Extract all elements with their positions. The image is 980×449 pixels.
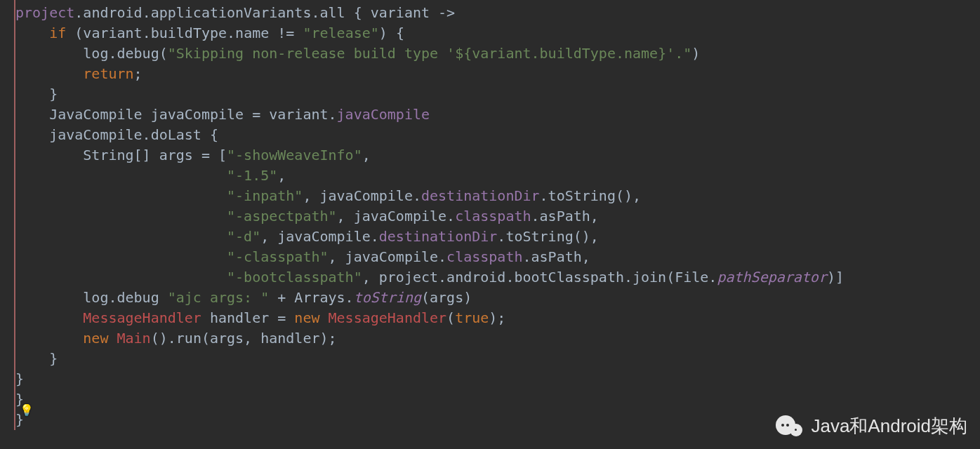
t <box>15 228 227 245</box>
code-line[interactable]: String[] args = ["-showWeaveInfo", <box>15 145 980 166</box>
t: , <box>362 147 371 163</box>
t: ().run(args, handler); <box>151 330 337 347</box>
t: , javaCompile. <box>329 248 447 265</box>
code-line[interactable]: MessageHandler handler = new MessageHand… <box>15 308 980 328</box>
t <box>15 187 227 204</box>
t: , <box>277 167 286 184</box>
t: } <box>15 370 24 387</box>
string: "ajc args: " <box>168 289 270 306</box>
string: "-d" <box>227 228 260 245</box>
string: "-1.5" <box>227 167 277 184</box>
t <box>15 167 227 184</box>
code-editor[interactable]: project.android.applicationVariants.all … <box>14 0 980 430</box>
t: , javaCompile. <box>337 208 456 224</box>
watermark-text: Java和Android架构 <box>811 416 967 436</box>
t: (variant.buildType.name != <box>66 25 303 41</box>
t: ( <box>446 309 455 326</box>
property: javaCompile <box>337 106 430 123</box>
code-line[interactable]: log.debug "ajc args: " + Arrays.toString… <box>15 288 980 308</box>
property: toString <box>354 289 421 306</box>
t: (args) <box>421 289 472 306</box>
t: + Arrays. <box>269 289 353 306</box>
string: "-bootclasspath" <box>227 269 362 286</box>
keyword-return: return <box>83 65 133 82</box>
t <box>108 330 117 347</box>
t: ); <box>489 309 505 326</box>
t: , project.android.bootClasspath.join(Fil… <box>362 269 717 286</box>
t: .toString(), <box>497 228 599 245</box>
class-name: MessageHandler <box>83 309 201 326</box>
code-line[interactable]: } <box>15 84 980 105</box>
t: )] <box>827 269 844 286</box>
code-line[interactable]: project.android.applicationVariants.all … <box>15 3 980 23</box>
property: classpath <box>455 208 531 224</box>
t: .toString(), <box>540 187 642 204</box>
t <box>15 25 49 41</box>
code-line[interactable]: "-classpath", javaCompile.classpath.asPa… <box>15 247 980 267</box>
t <box>15 309 83 326</box>
property: destinationDir <box>379 228 498 245</box>
code-line[interactable]: "-inpath", javaCompile.destinationDir.to… <box>15 186 980 206</box>
code-line[interactable]: new Main().run(args, handler); <box>15 328 980 349</box>
t: ; <box>134 65 143 82</box>
t: , javaCompile. <box>303 187 421 204</box>
t: log.debug( <box>15 45 168 62</box>
keyword-new: new <box>83 330 108 347</box>
t <box>15 248 227 265</box>
string: "-classpath" <box>227 248 329 265</box>
t <box>15 65 83 82</box>
string: "-showWeaveInfo" <box>227 147 362 163</box>
t: .asPath, <box>522 248 590 265</box>
class-name: MessageHandler <box>329 309 447 326</box>
t: log.debug <box>15 289 168 306</box>
code-line[interactable]: javaCompile.doLast { <box>15 125 980 145</box>
code-line[interactable]: return; <box>15 64 980 84</box>
keyword-true: true <box>455 309 489 326</box>
string: "-inpath" <box>227 187 303 204</box>
t <box>15 269 227 286</box>
property: pathSeparator <box>717 269 827 286</box>
code-line[interactable]: "-bootclasspath", project.android.bootCl… <box>15 267 980 288</box>
t: ) { <box>379 25 404 41</box>
code-line[interactable]: } <box>15 349 980 369</box>
t: .android.applicationVariants.all { varia… <box>74 4 455 21</box>
t: project <box>15 4 74 21</box>
intention-bulb-icon[interactable]: 💡 <box>20 400 34 420</box>
property: classpath <box>446 248 522 265</box>
property: destinationDir <box>421 187 540 204</box>
code-line[interactable]: if (variant.buildType.name != "release")… <box>15 23 980 43</box>
string: "release" <box>303 25 378 41</box>
t: , javaCompile. <box>260 228 379 245</box>
code-line[interactable]: "-aspectpath", javaCompile.classpath.asP… <box>15 206 980 227</box>
string: "Skipping non-release build type '${vari… <box>168 45 692 62</box>
watermark: Java和Android架构 <box>776 415 967 436</box>
t: String[] args = [ <box>15 147 227 163</box>
wechat-icon <box>776 415 804 436</box>
t: .asPath, <box>531 208 599 224</box>
t <box>15 330 83 347</box>
code-line[interactable]: "-1.5", <box>15 166 980 186</box>
t <box>319 309 328 326</box>
string: "-aspectpath" <box>227 208 337 224</box>
t: javaCompile.doLast { <box>15 126 218 143</box>
t <box>15 208 227 224</box>
code-line[interactable]: JavaCompile javaCompile = variant.javaCo… <box>15 105 980 125</box>
keyword-if: if <box>49 25 66 41</box>
t: handler = <box>201 309 294 326</box>
class-name: Main <box>117 330 151 347</box>
code-line[interactable]: } <box>15 389 980 410</box>
code-line[interactable]: log.debug("Skipping non-release build ty… <box>15 43 980 64</box>
code-line[interactable]: } <box>15 369 980 389</box>
code-line[interactable]: "-d", javaCompile.destinationDir.toStrin… <box>15 227 980 247</box>
t: JavaCompile javaCompile = variant. <box>15 106 337 123</box>
keyword-new: new <box>294 309 319 326</box>
t: } <box>15 86 58 102</box>
t: } <box>15 350 58 367</box>
t: ) <box>691 45 700 62</box>
